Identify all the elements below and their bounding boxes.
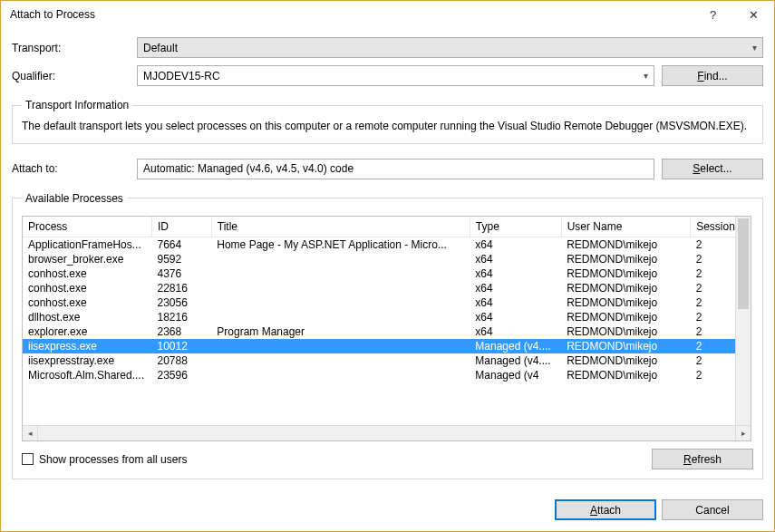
col-header-type[interactable]: Type xyxy=(470,217,561,237)
cell-title: Home Page - My ASP.NET Application - Mic… xyxy=(211,237,470,252)
refresh-button[interactable]: Refresh xyxy=(652,449,753,469)
col-header-id[interactable]: ID xyxy=(152,217,212,237)
table-row[interactable]: iisexpresstray.exe20788Managed (v4....RE… xyxy=(23,353,751,368)
cell-user: REDMOND\mikejo xyxy=(561,368,691,382)
attach-to-field: Automatic: Managed (v4.6, v4.5, v4.0) co… xyxy=(137,159,654,179)
table-row[interactable]: conhost.exe4376x64REDMOND\mikejo2 xyxy=(23,266,751,281)
qualifier-combo[interactable]: MJODEV15-RC ▾ xyxy=(137,65,654,86)
attach-to-label: Attach to: xyxy=(12,162,130,175)
cell-process: conhost.exe xyxy=(23,295,152,310)
transport-dropdown[interactable]: Default ▾ xyxy=(137,37,763,58)
cell-user: REDMOND\mikejo xyxy=(561,252,691,266)
cell-id: 9592 xyxy=(152,252,212,266)
attach-to-value: Automatic: Managed (v4.6, v4.5, v4.0) co… xyxy=(143,162,354,175)
transport-info-group: Transport Information The default transp… xyxy=(12,99,763,144)
cell-type: x64 xyxy=(470,266,561,281)
scroll-right-icon[interactable]: ▸ xyxy=(735,426,751,441)
cell-title xyxy=(211,281,470,295)
table-row[interactable]: explorer.exe2368Program Managerx64REDMON… xyxy=(23,324,751,339)
cell-user: REDMOND\mikejo xyxy=(561,266,691,281)
cell-process: dllhost.exe xyxy=(23,310,152,324)
cell-type: x64 xyxy=(470,237,561,252)
cell-type: x64 xyxy=(470,324,561,339)
cell-type: x64 xyxy=(470,281,561,295)
table-header-row: Process ID Title Type User Name Session xyxy=(23,217,751,237)
find-btn-tail: ind... xyxy=(704,70,728,82)
table-row[interactable]: dllhost.exe18216x64REDMOND\mikejo2 xyxy=(23,310,751,324)
attach-button[interactable]: Attach xyxy=(555,499,656,520)
transport-info-legend: Transport Information xyxy=(22,99,132,111)
cell-user: REDMOND\mikejo xyxy=(561,237,691,252)
cell-user: REDMOND\mikejo xyxy=(561,353,691,368)
cell-id: 23596 xyxy=(152,368,212,382)
transport-label: Transport: xyxy=(12,42,130,54)
process-bottom-row: Show processes from all users Refresh xyxy=(22,449,753,469)
horizontal-scrollbar[interactable]: ◂ ▸ xyxy=(23,425,751,440)
help-icon[interactable]: ? xyxy=(693,1,733,28)
cell-type: x64 xyxy=(470,310,561,324)
col-header-process[interactable]: Process xyxy=(23,217,152,237)
cell-process: iisexpresstray.exe xyxy=(23,353,152,368)
cell-title xyxy=(211,310,470,324)
table-row[interactable]: ApplicationFrameHos...7664Home Page - My… xyxy=(23,237,751,252)
cell-title xyxy=(211,252,470,266)
checkbox-box-icon xyxy=(22,453,34,465)
cell-id: 4376 xyxy=(152,266,212,281)
cell-title xyxy=(211,266,470,281)
available-processes-legend: Available Processes xyxy=(22,192,127,205)
scroll-left-icon[interactable]: ◂ xyxy=(23,426,38,441)
cell-user: REDMOND\mikejo xyxy=(561,310,691,324)
close-icon[interactable]: ✕ xyxy=(733,1,774,28)
cell-id: 2368 xyxy=(152,324,212,339)
cell-title xyxy=(211,295,470,310)
table-row[interactable]: Microsoft.Alm.Shared....23596Managed (v4… xyxy=(23,368,751,382)
dialog-title: Attach to Process xyxy=(10,8,693,21)
dialog-content: Transport: Default ▾ Qualifier: MJODEV15… xyxy=(1,28,774,490)
qualifier-value: MJODEV15-RC xyxy=(143,70,220,82)
qualifier-label: Qualifier: xyxy=(12,70,130,82)
dialog-footer: Attach Cancel xyxy=(1,490,774,531)
process-table-scroll[interactable]: Process ID Title Type User Name Session … xyxy=(23,217,751,425)
cell-process: Microsoft.Alm.Shared.... xyxy=(23,368,152,382)
cell-type: x64 xyxy=(470,295,561,310)
transport-info-text: The default transport lets you select pr… xyxy=(22,119,753,134)
chevron-down-icon: ▾ xyxy=(644,71,648,81)
scrollbar-thumb[interactable] xyxy=(738,218,749,309)
vertical-scrollbar[interactable] xyxy=(735,217,751,425)
cell-type: Managed (v4.... xyxy=(470,339,561,353)
cell-user: REDMOND\mikejo xyxy=(561,324,691,339)
cell-title xyxy=(211,368,470,382)
show-all-users-checkbox[interactable]: Show processes from all users xyxy=(22,453,187,466)
table-row[interactable]: iisexpress.exe10012Managed (v4....REDMON… xyxy=(23,339,751,353)
select-button[interactable]: Select... xyxy=(662,159,763,179)
cell-user: REDMOND\mikejo xyxy=(561,281,691,295)
cell-process: browser_broker.exe xyxy=(23,252,152,266)
cell-id: 23056 xyxy=(152,295,212,310)
table-row[interactable]: browser_broker.exe9592x64REDMOND\mikejo2 xyxy=(23,252,751,266)
process-table: Process ID Title Type User Name Session … xyxy=(23,217,751,382)
cell-title xyxy=(211,339,470,353)
col-header-user[interactable]: User Name xyxy=(561,217,691,237)
cell-user: REDMOND\mikejo xyxy=(561,295,691,310)
cell-id: 10012 xyxy=(152,339,212,353)
cell-id: 22816 xyxy=(152,281,212,295)
find-button[interactable]: Find... xyxy=(662,65,763,86)
cell-type: Managed (v4.... xyxy=(470,353,561,368)
table-row[interactable]: conhost.exe23056x64REDMOND\mikejo2 xyxy=(23,295,751,310)
cell-process: iisexpress.exe xyxy=(23,339,152,353)
cell-process: explorer.exe xyxy=(23,324,152,339)
cell-id: 20788 xyxy=(152,353,212,368)
cell-process: conhost.exe xyxy=(23,266,152,281)
cell-title: Program Manager xyxy=(211,324,470,339)
cell-id: 7664 xyxy=(152,237,212,252)
col-header-title[interactable]: Title xyxy=(211,217,470,237)
show-all-users-label: Show processes from all users xyxy=(39,453,187,466)
attach-to-process-dialog: Attach to Process ? ✕ Transport: Default… xyxy=(0,0,775,532)
transport-row: Transport: Default ▾ xyxy=(12,37,763,58)
table-row[interactable]: conhost.exe22816x64REDMOND\mikejo2 xyxy=(23,281,751,295)
cell-type: x64 xyxy=(470,252,561,266)
available-processes-group: Available Processes Process ID Title Typ… xyxy=(12,192,763,479)
transport-value: Default xyxy=(143,42,178,54)
cancel-button[interactable]: Cancel xyxy=(662,499,763,520)
attach-to-row: Attach to: Automatic: Managed (v4.6, v4.… xyxy=(12,159,763,179)
